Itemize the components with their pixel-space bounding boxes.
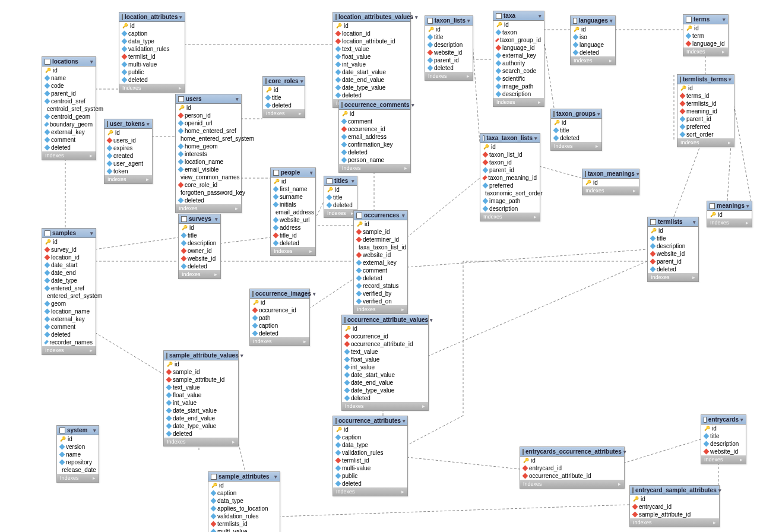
table-occurrence_images[interactable]: occurrence_imagesidoccurrence_idpathcapt… xyxy=(249,289,310,346)
column-occurrence_id[interactable]: occurrence_id xyxy=(339,125,410,133)
column-external_key[interactable]: external_key xyxy=(354,259,407,267)
column-parent_id[interactable]: parent_id xyxy=(648,258,698,265)
column-home_entered_sref_system[interactable]: home_entered_sref_system xyxy=(176,135,241,142)
column-website_id[interactable]: website_id xyxy=(354,251,407,259)
indexes-row[interactable]: Indexes xyxy=(648,273,698,281)
column-id[interactable]: id xyxy=(271,178,315,185)
column-caption[interactable]: caption xyxy=(119,30,185,37)
column-comment[interactable]: comment xyxy=(42,136,96,144)
column-first_name[interactable]: first_name xyxy=(271,185,315,193)
column-taxon_id[interactable]: taxon_id xyxy=(480,159,540,166)
table-header[interactable]: occurrence_attribute_values xyxy=(342,315,428,325)
indexes-row[interactable]: Indexes xyxy=(179,270,220,278)
column-text_value[interactable]: text_value xyxy=(333,45,410,53)
table-header[interactable]: sample_attributes xyxy=(208,472,280,482)
column-deleted[interactable]: deleted xyxy=(263,102,305,109)
column-comment[interactable]: comment xyxy=(42,323,96,331)
column-initials[interactable]: initials xyxy=(271,201,315,208)
column-verified_by[interactable]: verified_by xyxy=(354,290,407,297)
table-header[interactable]: taxa_taxon_lists xyxy=(480,134,540,143)
table-sample_attributes[interactable]: sample_attributesidcaptiondata_typeappli… xyxy=(208,471,280,532)
column-interests[interactable]: interests xyxy=(176,150,241,158)
indexes-row[interactable]: Indexes xyxy=(263,109,305,118)
column-id[interactable]: id xyxy=(480,143,540,151)
column-location_id[interactable]: location_id xyxy=(42,254,96,261)
column-home_geom[interactable]: home_geom xyxy=(176,142,241,150)
column-location_name[interactable]: location_name xyxy=(176,158,241,166)
column-id[interactable]: id xyxy=(520,457,624,464)
column-website_url[interactable]: website_url xyxy=(271,216,315,224)
column-id[interactable]: id xyxy=(707,211,752,218)
column-multi_value[interactable]: multi_value xyxy=(208,528,280,532)
column-title[interactable]: title xyxy=(263,94,305,102)
indexes-row[interactable]: Indexes xyxy=(176,204,241,213)
column-parent_id[interactable]: parent_id xyxy=(480,166,540,174)
column-id[interactable]: id xyxy=(164,360,238,368)
column-taxon[interactable]: taxon xyxy=(493,28,544,36)
column-email_visible[interactable]: email_visible xyxy=(176,166,241,173)
column-taxon_group_id[interactable]: taxon_group_id xyxy=(493,36,544,44)
column-validation_rules[interactable]: validation_rules xyxy=(208,512,280,520)
column-id[interactable]: id xyxy=(250,299,309,306)
column-version[interactable]: version xyxy=(57,443,99,451)
column-date_end_value[interactable]: date_end_value xyxy=(342,379,428,387)
table-users[interactable]: usersidperson_idopenid_urlhome_entered_s… xyxy=(175,94,242,213)
table-header[interactable]: sample_attribute_values xyxy=(164,351,238,360)
column-deleted[interactable]: deleted xyxy=(42,144,96,151)
column-id[interactable]: id xyxy=(571,26,615,33)
table-header[interactable]: occurrences xyxy=(354,211,407,220)
column-centroid_geom[interactable]: centroid_geom xyxy=(42,113,96,121)
column-id[interactable]: id xyxy=(701,425,746,432)
column-text_value[interactable]: text_value xyxy=(342,348,428,356)
table-header[interactable]: termlists xyxy=(648,217,698,227)
column-title[interactable]: title xyxy=(701,432,746,440)
column-expires[interactable]: expires xyxy=(104,144,152,152)
column-location_name[interactable]: location_name xyxy=(42,308,96,315)
indexes-row[interactable]: Indexes xyxy=(333,487,407,496)
table-sample_attribute_values[interactable]: sample_attribute_valuesidsample_idsample… xyxy=(163,350,239,446)
column-comment[interactable]: comment xyxy=(339,118,410,125)
column-id[interactable]: id xyxy=(342,325,428,332)
column-geom[interactable]: geom xyxy=(42,300,96,308)
column-data_type[interactable]: data_type xyxy=(333,441,407,449)
column-float_value[interactable]: float_value xyxy=(333,53,410,61)
indexes-row[interactable]: Indexes xyxy=(339,164,410,172)
table-samples[interactable]: samplesidsurvey_idlocation_iddate_startd… xyxy=(42,228,96,355)
table-header[interactable]: titles xyxy=(324,176,357,186)
column-id[interactable]: id xyxy=(263,86,305,94)
column-token[interactable]: token xyxy=(104,167,152,175)
column-language_id[interactable]: language_id xyxy=(493,44,544,52)
table-user_tokens[interactable]: user_tokensidusers_idexpirescreateduser_… xyxy=(104,119,153,184)
column-date_end_value[interactable]: date_end_value xyxy=(164,414,238,422)
column-int_value[interactable]: int_value xyxy=(164,399,238,407)
column-occurrence_id[interactable]: occurrence_id xyxy=(342,332,428,340)
indexes-row[interactable]: Indexes xyxy=(250,337,309,346)
column-verified_on[interactable]: verified_on xyxy=(354,297,407,305)
column-preferred[interactable]: preferred xyxy=(480,182,540,189)
column-core_role_id[interactable]: core_role_id xyxy=(176,181,241,189)
column-path[interactable]: path xyxy=(250,314,309,322)
table-header[interactable]: occurrence_images xyxy=(250,289,309,299)
column-termlist_id[interactable]: termlist_id xyxy=(119,53,185,61)
table-occurrence_attributes[interactable]: occurrence_attributesidcaptiondata_typev… xyxy=(332,416,408,496)
column-name[interactable]: name xyxy=(42,74,96,82)
column-id[interactable]: id xyxy=(354,220,407,228)
column-owner_id[interactable]: owner_id xyxy=(179,247,220,255)
column-taxa_taxon_list_id[interactable]: taxa_taxon_list_id xyxy=(354,243,407,251)
column-meaning_id[interactable]: meaning_id xyxy=(677,107,734,115)
column-parent_id[interactable]: parent_id xyxy=(425,56,473,64)
column-int_value[interactable]: int_value xyxy=(342,363,428,371)
column-deleted[interactable]: deleted xyxy=(176,197,241,204)
table-header[interactable]: samples xyxy=(42,229,96,238)
column-id[interactable]: id xyxy=(677,84,734,92)
column-home_entered_sref[interactable]: home_entered_sref xyxy=(176,127,241,135)
column-view_common_names[interactable]: view_common_names xyxy=(176,173,241,181)
table-core_roles[interactable]: core_rolesidtitledeletedIndexes xyxy=(262,76,305,118)
table-titles[interactable]: titlesidtitledeletedIndexes xyxy=(324,176,357,218)
column-release_date[interactable]: release_date xyxy=(57,466,99,474)
column-multi-value[interactable]: multi-value xyxy=(119,61,185,68)
table-occurrence_comments[interactable]: occurrence_commentsidcommentoccurrence_i… xyxy=(338,100,411,173)
column-title[interactable]: title xyxy=(551,126,601,134)
table-header[interactable]: entrycards_occurrence_attributes xyxy=(520,447,624,457)
column-entrycard_id[interactable]: entrycard_id xyxy=(630,503,719,511)
